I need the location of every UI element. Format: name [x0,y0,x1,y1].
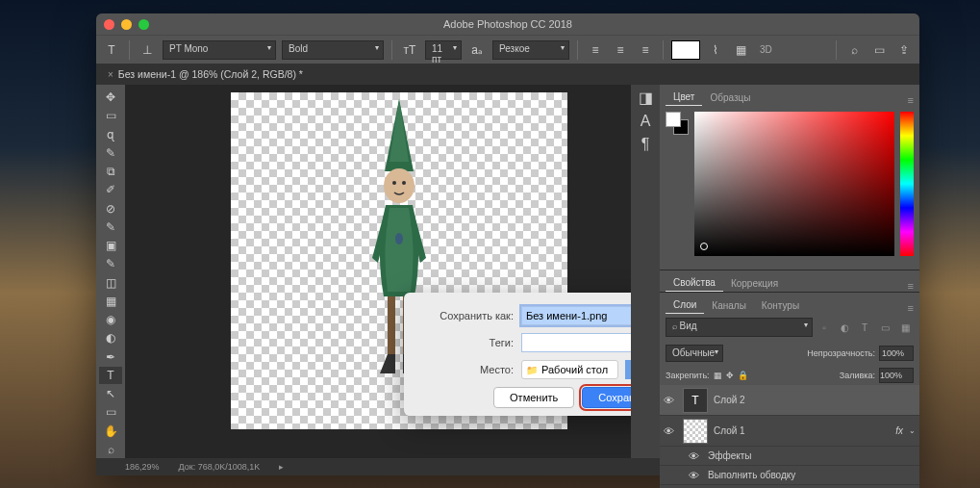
panel-menu-icon[interactable]: ≡ [902,302,919,314]
layer-row[interactable]: 👁 Слой 1 fx ⌄ [660,416,919,447]
stamp-tool[interactable]: ▣ [99,237,122,254]
svg-point-1 [392,181,396,185]
photoshop-window: Adobe Photoshop CC 2018 T ⊥ PT Mono Bold… [96,13,919,475]
color-tab[interactable]: Цвет [666,89,702,106]
opacity-input[interactable] [879,346,914,361]
threed-button[interactable]: 3D [756,42,776,57]
type-tool-icon: T [102,40,121,60]
tags-input[interactable] [521,333,631,352]
channels-tab[interactable]: Каналы [704,297,754,314]
font-size-select[interactable]: 11 пт [425,40,462,60]
document-tab[interactable]: × Без имени-1 @ 186% (Слой 2, RGB/8) * [100,65,311,83]
properties-tab[interactable]: Свойства [666,274,723,292]
pen-tool[interactable]: ✒ [99,348,122,366]
history-panel-icon[interactable]: ◨ [639,89,653,107]
char-panel-icon[interactable]: ▦ [731,40,750,60]
lock-position-icon[interactable]: ✥ [726,371,734,380]
share-icon[interactable]: ⇪ [894,40,914,60]
layer-effect-row[interactable]: 👁 Выполнить обводку [660,466,919,485]
eraser-tool[interactable]: ◫ [99,274,122,292]
eyedropper-tool[interactable]: ✐ [99,181,122,198]
history-brush-tool[interactable]: ✎ [99,255,122,272]
marquee-tool[interactable]: ▭ [99,107,122,124]
lock-label: Закрепить: [666,371,710,380]
location-label: Место: [417,364,514,375]
color-field[interactable] [694,112,894,256]
adjustments-tab[interactable]: Коррекция [723,275,786,292]
paths-tab[interactable]: Контуры [754,297,807,314]
blur-tool[interactable]: ◉ [99,311,122,328]
right-panels: ◨ A ¶ Цвет Образцы ≡ [631,85,919,458]
zoom-level[interactable]: 186,29% [125,462,160,472]
crop-tool[interactable]: ⧉ [99,163,122,180]
hand-tool[interactable]: ✋ [99,423,122,440]
quick-select-tool[interactable]: ✎ [99,144,122,162]
traffic-lights [104,19,149,30]
layer-row[interactable]: 👁 T Слой 2 [660,385,919,416]
visibility-icon[interactable]: 👁 [664,395,677,406]
dodge-tool[interactable]: ◐ [99,329,122,347]
visibility-icon[interactable]: 👁 [689,450,702,462]
layer-name: Слой 1 [714,425,745,436]
hue-slider[interactable] [900,112,914,256]
char-mini-icon[interactable]: A [641,113,651,130]
minimize-window-button[interactable] [121,19,132,30]
maximize-window-button[interactable] [138,19,149,30]
fill-input[interactable] [879,368,914,383]
tab-label: Без имени-1 @ 186% (Слой 2, RGB/8) * [118,68,303,80]
font-size-icon: тТ [400,40,419,60]
blend-mode-select[interactable]: Обычные [666,345,723,362]
align-center-icon[interactable]: ≡ [611,40,630,60]
search-icon[interactable]: ⌕ [844,40,864,60]
path-tool[interactable]: ↖ [99,385,122,402]
status-chevron-icon[interactable]: ▸ [279,462,284,472]
chevron-down-icon[interactable]: ⌄ [909,426,916,435]
color-swatch[interactable] [666,112,689,135]
close-window-button[interactable] [104,19,114,30]
filter-image-icon[interactable]: ▫ [816,319,833,336]
type-tool[interactable]: T [99,367,122,384]
brush-tool[interactable]: ✎ [99,218,122,236]
canvas-area[interactable]: Сохранить как: Теги: Место: 📁 Рабочий ст… [125,85,631,458]
align-left-icon[interactable]: ≡ [586,40,605,60]
save-dialog: Сохранить как: Теги: Место: 📁 Рабочий ст… [404,293,631,416]
zoom-tool[interactable]: ⌕ [99,441,122,458]
layers-tab[interactable]: Слои [666,296,704,314]
location-combo[interactable]: 📁 Рабочий стол [521,360,618,379]
move-tool[interactable]: ✥ [99,89,122,106]
antialias-select[interactable]: Резкое [492,40,569,60]
save-button[interactable]: Сохранить [582,387,631,408]
layer-thumb [683,419,708,444]
layer-filter-select[interactable]: ⌕ Вид [666,318,813,337]
lock-all-icon[interactable]: 🔒 [738,371,748,380]
layer-effect-row[interactable]: 👁 Эффекты [660,447,919,466]
font-weight-select[interactable]: Bold [282,40,384,60]
orientation-icon[interactable]: ⊥ [138,40,157,60]
align-right-icon[interactable]: ≡ [636,40,655,60]
workspace-icon[interactable]: ▭ [869,40,889,60]
filename-input[interactable] [521,306,631,325]
font-family-select[interactable]: PT Mono [163,40,276,60]
gradient-tool[interactable]: ▦ [99,293,122,310]
filter-shape-icon[interactable]: ▭ [876,319,893,336]
cancel-button[interactable]: Отменить [493,387,574,408]
text-color-swatch[interactable] [671,40,700,60]
shape-tool[interactable]: ▭ [99,403,122,421]
panel-menu-icon[interactable]: ≡ [902,280,919,292]
lock-pixels-icon[interactable]: ▦ [714,371,722,380]
warp-text-icon[interactable]: ⌇ [706,40,725,60]
para-mini-icon[interactable]: ¶ [641,136,650,153]
filter-type-icon[interactable]: T [856,319,873,336]
opacity-label: Непрозрачность: [807,348,875,358]
layer-thumb: T [683,388,708,413]
filter-smart-icon[interactable]: ▦ [896,319,914,336]
visibility-icon[interactable]: 👁 [664,425,677,437]
location-dropdown-icon[interactable]: ▾ [625,360,631,379]
close-tab-icon[interactable]: × [108,69,113,80]
visibility-icon[interactable]: 👁 [689,470,702,481]
swatches-tab[interactable]: Образцы [702,90,758,106]
panel-menu-icon[interactable]: ≡ [902,94,919,106]
lasso-tool[interactable]: ɋ [99,126,122,143]
healing-tool[interactable]: ⊘ [99,200,122,218]
filter-adjust-icon[interactable]: ◐ [836,319,853,336]
